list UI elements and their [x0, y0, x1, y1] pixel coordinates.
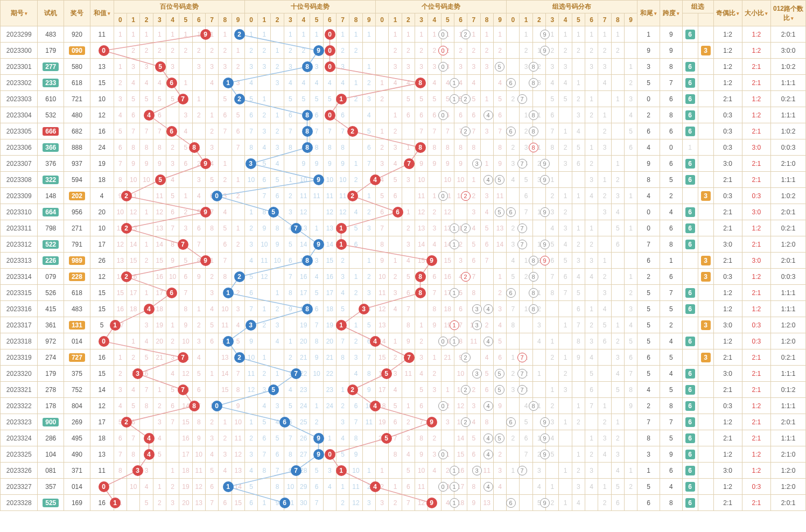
trend-ball: 7: [291, 223, 302, 234]
trend-ball: 4: [144, 449, 155, 460]
table-row: 2023303610721103555521545155555232555555…: [1, 91, 806, 107]
col-span[interactable]: 跨度: [660, 1, 682, 26]
combo-ring: 3: [472, 466, 482, 475]
digit-header: 7: [205, 13, 218, 26]
header-row-1: 期号 试机 奖号 和值 百位号码走势 十位号码走势 个位号码走势 组选号码分布 …: [1, 1, 806, 13]
digit-header: 5: [179, 13, 192, 26]
trend-ball: 2: [121, 191, 132, 201]
digit-header: 0: [244, 13, 257, 26]
digit-header: 7: [337, 13, 349, 26]
combo-ring: 2: [461, 94, 471, 104]
combo-ring: 3: [472, 159, 482, 169]
combo-ring: 9: [540, 417, 550, 427]
trend-ball: 4: [144, 304, 155, 314]
digit-header: 4: [166, 13, 179, 26]
trend-ball: 1: [336, 320, 347, 331]
combo-ring: 9: [540, 30, 550, 39]
trend-ball: 7: [404, 352, 415, 363]
col-route[interactable]: 012路个数比: [771, 1, 806, 26]
trend-ball: 1: [336, 239, 347, 250]
digit-header: 3: [284, 13, 297, 26]
table-row: 2023299483920111111111111111111111111111…: [1, 26, 806, 43]
trend-ball: 9: [313, 433, 324, 444]
combo-ring: 0: [438, 191, 448, 201]
trend-ball: 9: [313, 45, 324, 56]
trend-ball: 7: [178, 239, 188, 250]
combo-ring: 6: [506, 78, 516, 88]
combo-ring: 1: [450, 78, 459, 88]
col-odd[interactable]: 奇偶比: [713, 1, 742, 26]
combo-ring: 1: [450, 240, 459, 249]
col-big[interactable]: 大小比: [742, 1, 770, 26]
trend-ball: 4: [370, 481, 381, 492]
digit-header: 2: [532, 13, 545, 26]
combo-ring: 6: [506, 498, 516, 508]
trend-ball: 0: [325, 449, 335, 460]
trend-ball: 5: [155, 61, 166, 72]
combo-ring: 5: [495, 385, 504, 395]
trend-ball: 1: [223, 481, 234, 492]
trend-ball: 6: [166, 288, 177, 298]
col-sum[interactable]: 和值: [90, 1, 114, 26]
col-test: 试机: [38, 1, 64, 26]
combo-ring: 7: [517, 223, 527, 233]
table-body: 2023299483920111111111111111111111111111…: [1, 26, 806, 511]
col-draw: 奖号: [64, 1, 90, 26]
main-table: 期号 试机 奖号 和值 百位号码走势 十位号码走势 个位号码走势 组选号码分布 …: [0, 0, 806, 511]
trend-ball: 9: [313, 174, 324, 185]
trend-ball: 5: [155, 174, 166, 185]
combo-ring: 2: [461, 30, 471, 39]
combo-ring: 8: [529, 143, 538, 152]
digit-header: 3: [546, 13, 559, 26]
table-row: 2023302233618152444414434344444121444444…: [1, 75, 806, 91]
digit-header: 6: [323, 13, 336, 26]
trend-ball: 2: [347, 384, 358, 395]
combo-ring: 9: [540, 498, 550, 508]
combo-ring: 4: [483, 433, 493, 443]
trend-ball: 8: [302, 255, 313, 266]
col-tail[interactable]: 和尾: [637, 1, 660, 26]
lottery-trend-table: 期号 试机 奖号 和值 百位号码走势 十位号码走势 个位号码走势 组选号码分布 …: [0, 0, 806, 511]
table-row: 2023319274727161252131141361012219218371…: [1, 349, 806, 366]
trend-ball: 0: [212, 401, 222, 411]
combo-ring: 5: [495, 369, 504, 379]
digit-header: 6: [585, 13, 598, 26]
combo-ring: 2: [461, 191, 471, 201]
table-row: 2023327357014510412191265145810296411122…: [1, 479, 806, 495]
trend-ball: 1: [336, 223, 347, 234]
combo-ring: 0: [438, 46, 448, 55]
digit-header: 9: [362, 13, 375, 26]
combo-ring: 9: [540, 256, 550, 265]
trend-ball: 2: [121, 271, 132, 282]
combo-ring: 9: [540, 159, 550, 169]
digit-header: 4: [297, 13, 310, 26]
table-row: 2023317361131517319192511482319719615138…: [1, 317, 806, 333]
combo-ring: 4: [483, 482, 493, 492]
combo-ring: 9: [540, 240, 550, 249]
trend-ball: 8: [302, 142, 313, 153]
combo-ring: 0: [438, 450, 448, 459]
digit-header: 9: [493, 13, 506, 26]
trend-ball: 7: [291, 368, 302, 379]
trend-ball: 4: [370, 401, 381, 411]
combo-ring: 3: [472, 369, 482, 379]
combo-ring: 0: [438, 62, 448, 72]
digit-header: 1: [127, 13, 140, 26]
trend-ball: 0: [99, 481, 109, 492]
table-row: 2023324286495186714169321126572631482073…: [1, 430, 806, 446]
digit-header: 4: [428, 13, 441, 26]
trend-ball: 5: [381, 433, 392, 444]
trend-ball: 3: [246, 158, 256, 169]
combo-ring: 5: [495, 433, 504, 443]
col-issue[interactable]: 期号: [1, 1, 38, 26]
table-row: 2023322178804124582614719435241242610185…: [1, 398, 806, 414]
combo-ring: 7: [517, 385, 527, 395]
combo-ring: 8: [529, 288, 538, 298]
combo-ring: 0: [438, 401, 448, 411]
combo-ring: 8: [529, 62, 538, 72]
combo-ring: 7: [517, 94, 527, 104]
combo-ring: 8: [529, 127, 538, 136]
trend-ball: 2: [234, 29, 245, 40]
col-hundreds: 百位号码走势: [114, 1, 244, 13]
trend-ball: 8: [302, 304, 313, 314]
